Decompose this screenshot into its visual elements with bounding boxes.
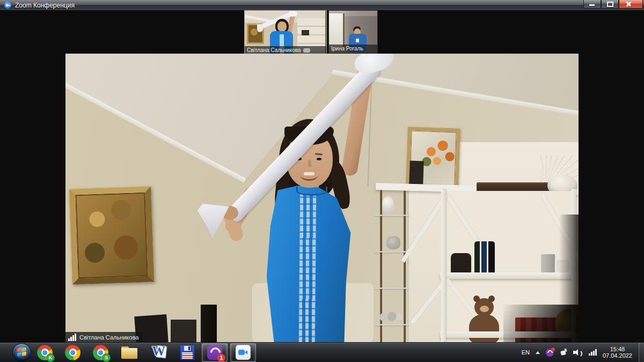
taskbar-chrome-profile-k[interactable]: K bbox=[37, 345, 53, 360]
shelf-board bbox=[440, 272, 575, 279]
dark-ornament bbox=[451, 253, 471, 272]
shelf-post bbox=[441, 189, 446, 343]
thumb2-window bbox=[329, 13, 345, 47]
glass-shelf bbox=[375, 215, 409, 216]
glass-shelf bbox=[375, 287, 409, 289]
zoom-app-titlebar-icon bbox=[4, 2, 11, 9]
shirt-collar bbox=[296, 187, 327, 196]
windows-logo-icon bbox=[17, 347, 26, 356]
etagere-pole bbox=[404, 189, 406, 343]
maximize-button[interactable] bbox=[601, 0, 619, 9]
connection-signal-icon bbox=[68, 334, 77, 341]
thumbnail-name-label: Ірина Рогаль bbox=[329, 45, 377, 53]
video-thumbnail-svitlana[interactable]: Світлана Сальникова bbox=[244, 10, 327, 55]
minimize-button[interactable] bbox=[583, 0, 601, 9]
main-video-feed[interactable]: Світлана Сальникова bbox=[65, 54, 579, 343]
taskbar-chrome[interactable] bbox=[65, 345, 80, 360]
volume-icon[interactable] bbox=[573, 349, 582, 356]
person-nose bbox=[308, 160, 311, 167]
clock-date: 07.04.2022 bbox=[603, 352, 632, 359]
glass-shelf bbox=[375, 251, 409, 253]
small-dark-frame bbox=[409, 161, 424, 186]
viber-icon: 1 bbox=[207, 345, 222, 360]
glass-shelf bbox=[375, 324, 409, 326]
taskbar-medoc-icon[interactable] bbox=[180, 345, 194, 360]
windows-taskbar: K S W 1 EN bbox=[0, 342, 644, 362]
speaker-name: Світлана Сальникова bbox=[79, 334, 138, 341]
teddy-bear-muzzle bbox=[480, 306, 489, 312]
start-button[interactable] bbox=[12, 343, 31, 362]
desktop: Zoom Конференция Світлана Сальникова bbox=[0, 0, 644, 362]
dark-stand bbox=[201, 305, 217, 343]
thumb-scarf-bundle bbox=[288, 11, 297, 17]
clock-time: 15:48 bbox=[603, 346, 632, 353]
zoom-window-titlebar[interactable]: Zoom Конференция bbox=[0, 0, 644, 11]
bottles bbox=[474, 241, 495, 272]
shirt-stripes bbox=[299, 194, 316, 343]
viber-notification-badge: 1 bbox=[217, 354, 225, 362]
language-indicator[interactable]: EN bbox=[522, 349, 530, 356]
taskbar-zoom-button[interactable] bbox=[230, 343, 256, 362]
chrome-profile-badge: S bbox=[102, 353, 111, 362]
taskbar-chrome-profile-s[interactable]: S bbox=[93, 345, 108, 360]
orange-flower-arrangement bbox=[420, 138, 458, 172]
canister bbox=[541, 254, 555, 272]
thumb-person-face bbox=[277, 21, 287, 32]
person-teeth bbox=[304, 172, 314, 175]
small-cups bbox=[379, 310, 402, 322]
zoom-camera-icon bbox=[236, 345, 251, 360]
taskbar-viber-button[interactable]: 1 bbox=[202, 343, 228, 362]
floppy-label bbox=[182, 352, 193, 359]
speaker-name-tag: Світлана Сальникова bbox=[65, 332, 143, 343]
framed-painting bbox=[69, 186, 154, 284]
word-letter: W bbox=[152, 344, 165, 359]
tray-viber-icon[interactable] bbox=[546, 349, 554, 357]
person-eye bbox=[317, 158, 321, 160]
window-title: Zoom Конференция bbox=[15, 2, 75, 9]
porcelain-figurine bbox=[382, 196, 394, 213]
video-thumbnail-iryna[interactable]: Ірина Рогаль bbox=[328, 10, 378, 54]
picture-frame bbox=[171, 320, 196, 343]
muted-mic-icon bbox=[303, 48, 310, 53]
show-desktop-button[interactable] bbox=[639, 343, 644, 362]
taskbar-clock[interactable]: 15:48 07.04.2022 bbox=[603, 346, 632, 359]
shadow bbox=[503, 305, 579, 343]
window-controls bbox=[583, 0, 643, 9]
thumb2-shirt-logo bbox=[356, 39, 359, 42]
taskbar-explorer-icon[interactable] bbox=[121, 346, 138, 360]
system-tray: EN 15:48 07.04.2022 bbox=[522, 343, 632, 362]
teddy-bear bbox=[469, 314, 499, 343]
silver-trinket bbox=[386, 236, 400, 249]
participant-name: Ірина Рогаль bbox=[331, 45, 363, 53]
chrome-profile-badge: K bbox=[46, 353, 55, 362]
zoom-meeting-client-area: Світлана Сальникова Ірина Рогаль bbox=[0, 10, 644, 343]
tray-eject-icon[interactable] bbox=[560, 349, 567, 356]
taskbar-word-icon[interactable]: W bbox=[152, 345, 166, 360]
network-signal-icon[interactable] bbox=[588, 349, 597, 356]
hidden-icons-arrow[interactable] bbox=[536, 351, 540, 354]
close-button[interactable] bbox=[619, 0, 643, 9]
